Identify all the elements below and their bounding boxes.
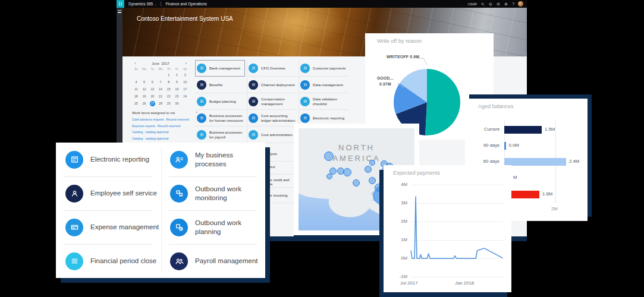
calendar-date[interactable]: 24 — [181, 94, 189, 99]
workspace-tile[interactable]: Benefits — [195, 77, 245, 93]
list-icon — [251, 65, 256, 71]
calendar-date[interactable]: 19 — [140, 94, 149, 99]
search-icon[interactable] — [480, 2, 485, 7]
topbar-icons — [480, 2, 508, 7]
chevron-down-icon[interactable]: ⌄ — [154, 2, 156, 6]
work-item-link[interactable]: Cash advance request : Record returned — [132, 118, 197, 121]
workspace-tile[interactable]: Cost accounting ledger administration — [247, 110, 297, 127]
calendar-date[interactable]: 4 — [132, 80, 140, 85]
calendar-next-icon[interactable]: › — [186, 61, 187, 65]
calendar-date[interactable]: 21 — [156, 94, 165, 99]
workspace-tile-icon — [249, 64, 258, 73]
calendar-date[interactable]: 8 — [165, 80, 173, 85]
list-icon — [199, 65, 205, 71]
calendar-date[interactable]: 5 — [140, 80, 149, 85]
calendar-date[interactable]: 27 — [148, 101, 156, 106]
calendar-date[interactable]: 3 — [181, 72, 189, 78]
workspace-tile[interactable]: CFO Overview — [247, 60, 297, 77]
list-icon — [251, 99, 256, 104]
calendar-date[interactable]: 15 — [165, 87, 173, 92]
calendar-prev-icon[interactable]: ‹ — [134, 61, 136, 65]
calendar-date[interactable]: 10 — [181, 80, 189, 85]
quick-tile-electronic-reporting[interactable]: Electronic reporting — [65, 143, 161, 176]
workspace-tile[interactable]: Bank management — [195, 60, 245, 77]
bar-row-label: 90 days — [472, 143, 500, 148]
workspace-tile[interactable]: Budget planning — [195, 93, 245, 110]
bar-value-label: 1.5M — [545, 127, 555, 132]
map-bubble[interactable] — [353, 179, 360, 187]
calendar-date[interactable]: 22 — [165, 94, 173, 99]
map-bubble[interactable] — [365, 166, 372, 173]
workspace-tile[interactable]: Customer payments — [299, 60, 348, 77]
work-item-link[interactable]: Catalog : catalog approval — [132, 130, 197, 134]
calendar-date[interactable]: 29 — [165, 101, 173, 106]
feedback-icon[interactable] — [488, 2, 493, 7]
calendar-date — [156, 72, 165, 78]
calendar-date[interactable]: 7 — [156, 80, 165, 85]
calendar-date[interactable]: 23 — [173, 94, 181, 99]
calendar-date[interactable]: 12 — [140, 87, 149, 92]
calendar-date[interactable]: 18 — [132, 94, 140, 99]
calendar-date[interactable]: 6 — [148, 80, 156, 85]
workspace-tile[interactable]: Data management — [299, 77, 348, 93]
calendar-date[interactable]: 26 — [140, 101, 149, 106]
quick-tile-my-business-processes[interactable]: My business processes — [170, 143, 265, 176]
map-bubble[interactable] — [369, 177, 376, 184]
bar[interactable] — [504, 126, 542, 134]
quick-tile-payroll-management[interactable]: Payroll management — [170, 244, 265, 278]
company-selector[interactable]: USMF — [468, 2, 477, 6]
workspace-tile[interactable]: Data validation checklist — [299, 93, 348, 110]
workspace-tile-label: Business processes for payroll — [209, 130, 245, 138]
quick-tile-icon — [170, 185, 188, 203]
hamburger-menu-icon[interactable] — [118, 10, 121, 13]
bar[interactable] — [504, 158, 566, 166]
calendar-date[interactable]: 1 — [165, 72, 173, 78]
bar-value-label: 0.0M — [509, 143, 519, 148]
calendar-date[interactable]: 16 — [173, 87, 181, 92]
app-name[interactable]: Finance and Operations — [165, 2, 206, 6]
calendar-date[interactable]: 17 — [181, 87, 189, 92]
pie-label-goodwill: GOOD... — [377, 76, 394, 80]
work-item-link[interactable]: Expense reports : Record returned — [132, 124, 197, 128]
notifications-icon[interactable] — [496, 2, 501, 7]
workspace-tile[interactable]: Cost administration — [247, 127, 297, 143]
calendar-date[interactable]: 2 — [173, 72, 181, 78]
calendar-date[interactable]: 11 — [132, 87, 140, 92]
calendar-date[interactable]: 20 — [148, 94, 156, 99]
expected-payments-card[interactable]: Expected payments 4M3M2M1M0M-1MJul 2017J… — [384, 165, 511, 292]
settings-icon[interactable] — [504, 2, 508, 7]
workspace-tile[interactable]: Channel deployment — [247, 77, 297, 93]
map-bubble[interactable] — [369, 160, 375, 166]
avatar[interactable] — [518, 1, 523, 7]
quick-tile-expense-management[interactable]: Expense management — [65, 210, 161, 244]
calendar-date[interactable]: 13 — [148, 87, 156, 92]
workspace-column: Customer paymentsData managementData val… — [299, 60, 348, 127]
quick-tile-financial-period-close[interactable]: Financial period close — [65, 244, 161, 278]
workspace-tile[interactable]: Compensation management — [247, 93, 297, 110]
workspace-tile[interactable]: Business processes for human resources — [195, 110, 245, 127]
pie-label-writeoff: WRITEOFF 0.9M — [387, 55, 419, 59]
map-bubble[interactable] — [343, 168, 351, 176]
workspace-tile[interactable]: Business processes for payroll — [195, 127, 245, 143]
app-launcher-waffle-icon[interactable] — [117, 0, 124, 8]
calendar-date[interactable]: 28 — [156, 101, 165, 106]
quick-tile-employee-self-service[interactable]: Employee self service — [65, 176, 161, 210]
calendar-date[interactable]: 14 — [156, 87, 165, 92]
help-icon[interactable]: ? — [512, 2, 514, 6]
quick-tile-label: Employee self service — [90, 189, 161, 197]
pie-slice-teal[interactable] — [425, 69, 460, 135]
leader-line — [417, 58, 427, 65]
workspace-tile-label: Business processes for human resources — [209, 113, 245, 122]
quick-tile-outbound-work-planning[interactable]: Outbound work planning — [170, 210, 265, 244]
quick-tile-outbound-work-monitoring[interactable]: Outbound work monitoring — [170, 176, 265, 210]
list-icon — [251, 115, 256, 121]
calendar-date[interactable]: 30 — [173, 101, 181, 106]
calendar-date[interactable]: 25 — [132, 101, 140, 106]
selected-date[interactable]: 27 — [150, 101, 155, 106]
map-bubble[interactable] — [324, 151, 334, 161]
map-bubble[interactable] — [326, 173, 332, 179]
product-name[interactable]: Dynamics 365 — [128, 2, 153, 6]
work-item-link[interactable]: Catalog : catalog approval — [132, 137, 197, 140]
calendar-date[interactable]: 9 — [173, 80, 181, 85]
bar[interactable] — [504, 142, 506, 150]
